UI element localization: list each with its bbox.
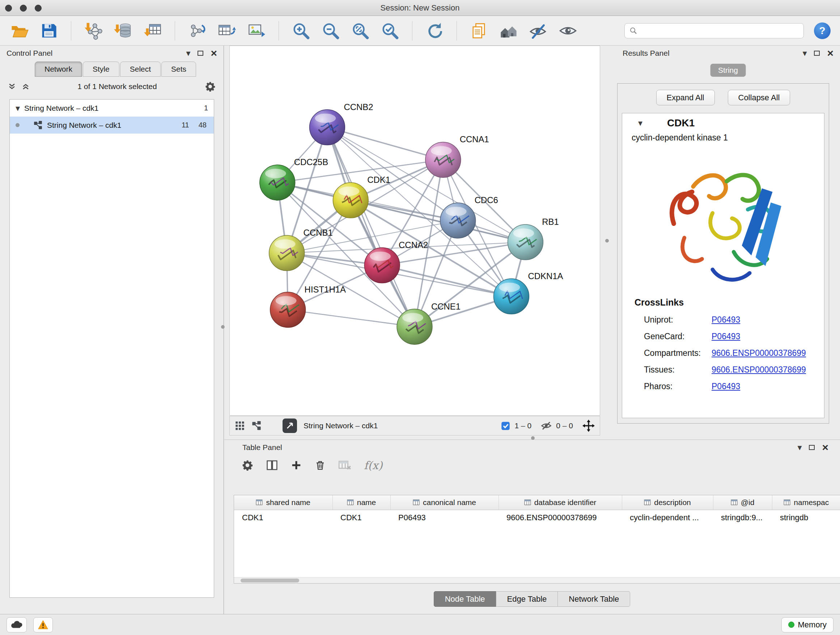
network-node-CDKN1A[interactable]: CDKN1A: [494, 271, 563, 314]
cloud-icon: [11, 620, 23, 630]
results-panel-float-icon[interactable]: ▾: [802, 49, 807, 57]
network-collection-count: 1: [204, 104, 208, 112]
delete-column-icon[interactable]: [315, 460, 325, 470]
zoom-out-icon[interactable]: [320, 20, 341, 41]
status-bar: Memory: [0, 614, 840, 635]
table-gear-icon[interactable]: [242, 459, 253, 471]
warning-button[interactable]: [33, 617, 53, 632]
function-builder-icon[interactable]: f(x): [364, 459, 382, 472]
table-row[interactable]: CDK1 CDK1 P06493 9606.ENSP00000378699 cy…: [234, 510, 840, 526]
string-results-box: Expand All Collapse All ▾ CDK1 cyclin-de…: [617, 83, 829, 424]
crosslink-compartments-link[interactable]: 9606.ENSP00000378699: [712, 348, 806, 358]
hide-annotations-icon[interactable]: [528, 20, 549, 41]
refresh-icon[interactable]: [424, 20, 445, 41]
tab-sets[interactable]: Sets: [161, 62, 196, 77]
gene-section-disclosure-icon[interactable]: ▾: [638, 119, 643, 127]
control-panel-close-icon[interactable]: ×: [210, 48, 217, 59]
gear-icon[interactable]: [205, 81, 216, 92]
show-eye-icon[interactable]: [557, 20, 578, 41]
search-field[interactable]: [624, 23, 804, 38]
network-canvas[interactable]: CCNB2CCNA1CDC25BCDK1CDC6RB1CCNB1CCNA2CDK…: [230, 46, 600, 415]
import-network-file-icon[interactable]: [83, 20, 104, 41]
network-node-label: CCNA2: [399, 240, 428, 250]
tab-edge-table[interactable]: Edge Table: [496, 591, 558, 607]
hidden-eye-slash-icon[interactable]: [541, 420, 552, 431]
crosslink-pharos-link[interactable]: P06493: [712, 382, 740, 391]
memory-button[interactable]: Memory: [782, 617, 834, 632]
import-table-icon[interactable]: [142, 20, 163, 41]
network-node-HIST1H1A[interactable]: HIST1H1A: [270, 285, 346, 328]
scrollbar-thumb[interactable]: [240, 578, 299, 583]
column-header-name[interactable]: name: [332, 495, 390, 510]
results-panel-maximize-icon[interactable]: [814, 51, 820, 56]
crosslink-uniprot-link[interactable]: P06493: [712, 315, 740, 325]
save-session-icon[interactable]: [38, 20, 59, 41]
export-table-icon[interactable]: [216, 20, 237, 41]
birdseye-view-button[interactable]: [283, 418, 297, 433]
import-network-database-icon[interactable]: [112, 20, 134, 41]
horizontal-splitter-handle[interactable]: [531, 436, 535, 440]
column-header-canonical-name[interactable]: canonical name: [390, 495, 499, 510]
network-node-CCNA1[interactable]: CCNA1: [425, 134, 489, 177]
zoom-selected-icon[interactable]: [379, 20, 401, 41]
cloud-button[interactable]: [6, 617, 27, 632]
network-edge-HIST1H1A-CCNE1[interactable]: [288, 310, 415, 327]
crosslink-genecard-link[interactable]: P06493: [712, 332, 740, 341]
table-panel-maximize-icon[interactable]: [809, 445, 815, 450]
show-columns-icon[interactable]: [266, 459, 278, 471]
network-node-CDC6[interactable]: CDC6: [440, 195, 498, 238]
tab-network-table[interactable]: Network Table: [557, 591, 630, 607]
network-node-RB1[interactable]: RB1: [508, 217, 559, 260]
control-panel-float-icon[interactable]: ▾: [186, 49, 190, 57]
cell-description: cyclin-dependent ...: [622, 510, 713, 526]
column-header-description[interactable]: description: [622, 495, 713, 510]
control-panel-tabs: Network Style Select Sets: [35, 62, 224, 77]
tab-node-table[interactable]: Node Table: [434, 591, 496, 607]
results-panel-close-icon[interactable]: ×: [827, 48, 834, 59]
horizontal-scrollbar[interactable]: [234, 577, 840, 583]
share-network-icon[interactable]: [251, 421, 262, 431]
duplicate-document-icon[interactable]: [469, 20, 489, 41]
network-node-CDC25B[interactable]: CDC25B: [260, 157, 328, 200]
crosslink-tissues-link[interactable]: 9606.ENSP00000378699: [712, 365, 806, 375]
tab-select[interactable]: Select: [120, 62, 161, 77]
toolbar-items: [9, 20, 578, 41]
network-view[interactable]: CCNB2CCNA1CDC25BCDK1CDC6RB1CCNB1CCNA2CDK…: [229, 46, 600, 416]
tab-network[interactable]: Network: [35, 62, 82, 77]
vertical-splitter-handle[interactable]: [221, 325, 225, 329]
tab-style[interactable]: Style: [83, 62, 119, 77]
table-panel-float-icon[interactable]: ▾: [797, 443, 802, 452]
selected-checkbox-icon[interactable]: [501, 421, 510, 431]
network-edge-CCNB2-CCNE1[interactable]: [327, 127, 415, 327]
control-panel-maximize-icon[interactable]: [197, 51, 203, 56]
grid-view-icon[interactable]: [235, 421, 245, 431]
pan-crosshair-icon[interactable]: [583, 420, 595, 432]
expand-all-button[interactable]: Expand All: [656, 90, 715, 105]
zoom-in-icon[interactable]: [291, 20, 311, 41]
table-panel-close-icon[interactable]: ×: [822, 442, 829, 453]
string-tab-badge[interactable]: String: [710, 64, 746, 77]
help-button[interactable]: ?: [814, 22, 831, 39]
crosslink-row: GeneCard: P06493: [622, 328, 824, 345]
zoom-fit-icon[interactable]: [350, 20, 371, 41]
column-header-shared-name[interactable]: shared name: [234, 495, 332, 510]
tree-disclosure-icon[interactable]: ▾: [16, 104, 20, 112]
column-header-id[interactable]: @id: [713, 495, 772, 510]
home-network-icon[interactable]: [498, 20, 519, 41]
column-header-database-identifier[interactable]: database identifier: [499, 495, 622, 510]
new-network-icon[interactable]: [187, 20, 208, 41]
expand-all-networks-icon[interactable]: [22, 82, 30, 90]
column-header-namespace[interactable]: namespac: [772, 495, 840, 510]
collapse-all-networks-icon[interactable]: [8, 82, 16, 90]
cell-canonical-name: P06493: [390, 510, 499, 526]
collapse-all-button[interactable]: Collapse All: [728, 90, 790, 105]
open-session-icon[interactable]: [9, 20, 30, 41]
crosslink-row: Tissues: 9606.ENSP00000378699: [622, 361, 824, 378]
add-column-icon[interactable]: [291, 460, 302, 470]
network-node-CCNB2[interactable]: CCNB2: [309, 102, 373, 145]
search-input[interactable]: [641, 26, 799, 36]
export-image-icon[interactable]: [246, 20, 267, 41]
network-row[interactable]: String Network – cdk1 11 48: [10, 117, 214, 134]
network-collection-row[interactable]: ▾ String Network – cdk1 1: [10, 100, 214, 117]
results-splitter-handle[interactable]: [605, 239, 609, 242]
